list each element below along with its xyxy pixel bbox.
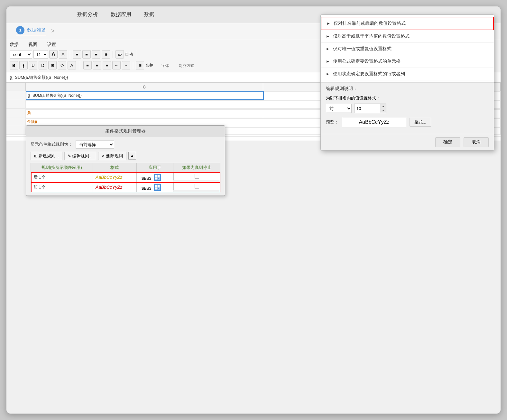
cf-menu-item-formula[interactable]: ► 使用公式确定要设置格式的单元格 bbox=[321, 55, 494, 68]
cf-menu-item-unique[interactable]: ► 仅对唯一值或重复值设置格式 bbox=[321, 43, 494, 55]
cf-rank-select[interactable]: 前 后 bbox=[326, 104, 352, 113]
cf-spinner-up-btn[interactable]: ▲ bbox=[380, 104, 386, 108]
cf-col-format: 格式 bbox=[93, 163, 136, 172]
cf-stop-checkbox-2[interactable] bbox=[195, 184, 199, 188]
cell-rownumber bbox=[6, 91, 26, 100]
cf-table-row-2: 前 1个 AaBbCcYyZz =$B$3 bbox=[31, 182, 220, 192]
cf-menu-label-2: 仅对唯一值或重复值设置格式 bbox=[333, 46, 392, 52]
cf-stop-2 bbox=[173, 182, 220, 190]
cf-menu-item-top-bottom[interactable]: ► 仅对排名靠前或靠后的数值设置格式 bbox=[321, 17, 494, 30]
cf-menu-list: ► 仅对排名靠前或靠后的数值设置格式 ► 仅对高于或低于平均值的数值设置格式 ►… bbox=[321, 15, 494, 82]
ribbon-menu-view[interactable]: 视图 bbox=[28, 42, 37, 48]
cf-cancel-btn[interactable]: 取消 bbox=[464, 137, 489, 147]
cf-menu-item-status[interactable]: ► 使用状态确定要设置格式的行或者列 bbox=[321, 68, 494, 80]
cf-menu-label-0: 仅对排名靠前或靠后的数值设置格式 bbox=[334, 21, 406, 26]
cf-edit-section: 编辑规则说明： 为以下排名内的值设置格式： 前 后 ▲ ▼ bbox=[321, 82, 494, 134]
indent-right-btn[interactable]: → bbox=[122, 61, 130, 69]
cf-spinner-down-btn[interactable]: ▼ bbox=[380, 108, 386, 113]
step-1-label: 数据准备 bbox=[27, 27, 46, 33]
svg-rect-0 bbox=[155, 175, 157, 177]
cf-preview-box: AaBbCcYyZz bbox=[342, 117, 406, 127]
cf-edit-rule-btn[interactable]: ✎ 编辑规则... bbox=[64, 152, 96, 160]
range-icon-2[interactable] bbox=[154, 184, 161, 191]
indent-left-btn[interactable]: ← bbox=[112, 61, 121, 69]
svg-rect-2 bbox=[155, 178, 157, 179]
cf-rule-1: 后 1个 bbox=[31, 172, 93, 182]
align-middle-btn[interactable]: ≡ bbox=[93, 61, 101, 69]
ribbon-menu-settings[interactable]: 设置 bbox=[47, 42, 56, 48]
cf-table-row-1: 后 1个 AaBbCcYyZz =$B$3 bbox=[31, 172, 220, 182]
cf-new-rule-btn[interactable]: ⊞ 新建规则... bbox=[31, 152, 62, 160]
cf-bottom-btns: 确定 取消 bbox=[321, 134, 494, 150]
font-color-btn[interactable]: A bbox=[68, 61, 76, 69]
cf-menu-arrow-3: ► bbox=[326, 59, 330, 64]
cf-value-spinner-wrapper: ▲ ▼ bbox=[354, 104, 386, 113]
increase-font-btn[interactable]: A bbox=[49, 50, 58, 59]
col-header-rownum bbox=[6, 83, 26, 91]
cf-toolbar: ⊞ 新建规则... ✎ 编辑规则... ✕ 删除规则 ▲ bbox=[31, 152, 220, 160]
cf-preview-label: 预览： bbox=[326, 119, 339, 125]
ribbon-menu-data[interactable]: 数据 bbox=[10, 42, 19, 48]
cell-rownumber-2 bbox=[6, 100, 26, 108]
svg-rect-4 bbox=[155, 185, 157, 187]
section-labels: 字体 对齐方式 bbox=[161, 62, 194, 68]
border-btn[interactable]: ⊞ bbox=[48, 61, 57, 69]
strikethrough-btn[interactable]: D bbox=[39, 61, 47, 69]
step-1-item[interactable]: 1 数据准备 bbox=[16, 26, 46, 36]
merge-btn[interactable]: ⊟ bbox=[136, 61, 144, 69]
font-size-select[interactable]: 11 bbox=[33, 50, 48, 59]
cf-edit-title: 编辑规则说明： bbox=[326, 86, 489, 92]
cf-manager-title: 条件格式规则管理器 bbox=[26, 126, 225, 137]
cf-stop-checkbox-1[interactable] bbox=[195, 174, 199, 178]
cell-c4[interactable]: 金额)( bbox=[26, 117, 263, 126]
cf-rank-value-input[interactable] bbox=[355, 104, 380, 113]
svg-rect-7 bbox=[158, 187, 160, 189]
cf-move-up-btn[interactable]: ▲ bbox=[128, 152, 136, 160]
main-container: 数据分析 数据应用 数据 1 数据准备 > 数据 视图 设置 serif 11 bbox=[6, 6, 501, 414]
top-nav-tabs: 数据分析 数据应用 数据 bbox=[77, 9, 154, 21]
font-name-select[interactable]: serif bbox=[10, 50, 32, 59]
tab-data[interactable]: 数据 bbox=[144, 9, 154, 21]
svg-rect-5 bbox=[158, 185, 160, 187]
auto-label: 自动 bbox=[125, 52, 133, 57]
fill-color-btn[interactable]: ◇ bbox=[58, 61, 66, 69]
cell-c2[interactable] bbox=[26, 100, 263, 108]
cf-format-btn[interactable]: 格式... bbox=[410, 118, 431, 127]
align-bottom-btn[interactable]: ≡ bbox=[103, 61, 111, 69]
cf-manager-body: 显示条件格式规则为： 当前选择 ⊞ 新建规则... ✎ 编辑规则... ✕ 删除… bbox=[26, 137, 225, 196]
cf-spinner: ▲ ▼ bbox=[380, 104, 386, 113]
tab-data-application[interactable]: 数据应用 bbox=[111, 9, 131, 21]
cf-menu-label-4: 使用状态确定要设置格式的行或者列 bbox=[333, 71, 405, 77]
cell-formula[interactable]: {{=SUM(a.销售金额)(S=None)}} bbox=[26, 91, 264, 100]
cf-format-2: AaBbCcYyZz bbox=[93, 182, 136, 192]
wrap-text-btn[interactable]: ab bbox=[115, 50, 124, 59]
special-align-btn[interactable]: ⊕ bbox=[102, 50, 110, 59]
col-header-c: C bbox=[26, 83, 263, 91]
align-right-btn[interactable]: ≡ bbox=[92, 50, 100, 59]
cf-menu-label-1: 仅对高于或低于平均值的数值设置格式 bbox=[333, 33, 410, 39]
cf-applyto-1: =$B$3 bbox=[136, 172, 173, 182]
cf-show-select[interactable]: 当前选择 bbox=[76, 140, 114, 149]
underline-btn[interactable]: U bbox=[29, 61, 37, 69]
formula-content: {{=SUM(a.销售金额)(S=None)}} bbox=[10, 75, 68, 80]
tab-data-analysis[interactable]: 数据分析 bbox=[77, 9, 98, 21]
bold-btn[interactable]: B bbox=[10, 61, 18, 69]
cf-format-1: AaBbCcYyZz bbox=[93, 172, 136, 182]
italic-btn[interactable]: I bbox=[19, 61, 28, 69]
range-icon-1[interactable] bbox=[154, 174, 161, 181]
cf-menu-item-avg[interactable]: ► 仅对高于或低于平均值的数值设置格式 bbox=[321, 30, 494, 43]
align-section-label: 对齐方式 bbox=[179, 62, 194, 68]
cell-c3[interactable]: 条 bbox=[26, 109, 263, 117]
align-top-btn[interactable]: ≡ bbox=[83, 61, 92, 69]
cf-rank-select-wrapper: 前 后 bbox=[326, 104, 352, 113]
align-left-btn[interactable]: ≡ bbox=[73, 50, 81, 59]
divider-1 bbox=[70, 51, 70, 58]
cf-col-stop: 如果为真则停止 bbox=[173, 163, 220, 172]
decrease-font-btn[interactable]: A bbox=[59, 50, 67, 59]
cf-rule-desc-label: 为以下排名内的值设置格式： bbox=[326, 95, 489, 101]
align-center-btn[interactable]: ≡ bbox=[82, 50, 91, 59]
step-1-circle: 1 bbox=[16, 26, 24, 34]
cf-delete-rule-btn[interactable]: ✕ 删除规则 bbox=[98, 152, 126, 160]
cf-ok-btn[interactable]: 确定 bbox=[435, 137, 460, 147]
cf-menu-arrow-4: ► bbox=[326, 72, 330, 76]
